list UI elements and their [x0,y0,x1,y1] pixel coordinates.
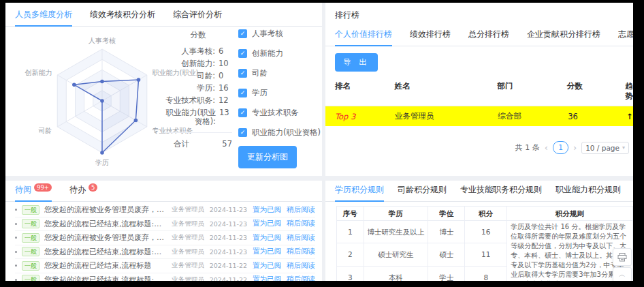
todo-list: 一般 您发起的流程被业务管理员废弃，流程标题:提货单，废弃说明 业务管理员 20… [5,202,322,281]
col-dept: 部门 [498,81,567,102]
todo-date: 2024-11-23 [210,206,247,213]
cell-degree: 博士研究生及以上 [364,221,428,243]
priority-tag: 一般 [22,247,39,256]
mark-read-link[interactable]: 置为已阅 [253,247,281,256]
tab-volunteer-score-rank[interactable]: 志愿者积分排行榜 [618,22,633,46]
todo-text[interactable]: 您发起的流程被业务管理员废弃，流程标题:提货单，废弃说明 [44,232,166,243]
score-value: 10 [219,59,232,68]
read-later-link[interactable]: 稍后阅读 [287,219,315,228]
tab-overall-eval[interactable]: 综合评价分析 [173,3,222,26]
read-later-link[interactable]: 稍后阅读 [287,205,315,215]
page-number-button[interactable]: 1 [553,141,568,154]
mark-read-link[interactable]: 置为已阅 [253,219,281,228]
next-page-icon[interactable]: › [573,142,577,153]
mark-read-link[interactable]: 置为已阅 [253,233,281,243]
tab-total-score-rank[interactable]: 总分排行榜 [468,22,509,46]
dimension-checkbox-group: ✓ 人事考核 ✓ 创新能力 ✓ 司龄 ✓ 学历 ✓ 专业技术职务 ✓ 职业能力(… [238,29,321,147]
bullet-icon [15,265,17,267]
list-item[interactable]: 一般 您发起的流程已经结束,流程标题:提货单 业务管理员 2024-11-23 … [15,217,315,232]
mark-read-link[interactable]: 置为已阅 [253,275,281,281]
bullet-icon [15,251,17,253]
checkbox-label: 司龄 [252,68,268,78]
list-item[interactable]: 一般 您发起的流程被业务管理员废弃，流程标题:提货单，废弃说明 业务管理员 20… [15,231,315,245]
checkbox-checked-icon[interactable]: ✓ [238,128,247,137]
page-size-select[interactable]: 10 / page ▾ [581,142,629,154]
rules-tabs: 学历积分规则 司龄积分规则 专业技能职务积分规则 职业能力积分规则 创新能力积分… [325,181,633,202]
list-item[interactable]: 一般 您发起的流程被业务管理员废弃，流程标题:提货单，废弃说明 业务管理员 20… [15,203,315,217]
read-later-link[interactable]: 稍后阅读 [287,247,315,256]
ranking-table-header: 排名 姓名 部门 分数 趋势 [325,77,633,106]
checkbox-checked-icon[interactable]: ✓ [238,89,247,97]
read-later-link[interactable]: 稍后阅读 [287,275,315,281]
list-item[interactable]: 一般 您发起的流程已经结束,流程标题 业务管理员 2024-11-22 置为已阅… [15,259,315,273]
back-to-top-button[interactable]: ︿ [613,267,632,281]
todo-text[interactable]: 您发起的流程已经结束,流程标题:提货单 [44,247,166,257]
tab-education-rule[interactable]: 学历积分规则 [335,181,384,201]
todo-text[interactable]: 您发起的流程被业务管理员废弃，流程标题:提货单，废弃说明 [44,205,166,215]
checkbox-tenure[interactable]: ✓ 司龄 [238,68,321,78]
prev-page-icon[interactable]: ‹ [545,142,548,153]
bullet-icon [15,279,17,281]
export-button[interactable]: 导 出 [335,53,378,72]
todo-text[interactable]: 您发起的流程已经结束,流程标题:提货单 [44,219,166,229]
checkbox-checked-icon[interactable]: ✓ [238,108,247,117]
checkbox-professional-title[interactable]: ✓ 专业技术职务 [238,108,321,118]
priority-tag: 一般 [22,275,39,281]
chevron-up-icon: ︿ [619,270,626,280]
score-value: 12 [219,96,232,105]
tab-personal-value-rank[interactable]: 个人价值排行榜 [335,22,392,46]
priority-tag: 一般 [22,219,39,228]
tab-to-do[interactable]: 待办5 [69,181,97,201]
analysis-panel: 人员多维度分析 绩效考核积分分析 综合评价分析 人事考核职业能力(职业)专业技术… [5,3,322,176]
score-value: 13 [219,108,232,126]
bullet-icon [15,209,17,211]
list-item[interactable]: 一般 您发起的流程已经结束,流程标题:提货单 业务管理员 2024-11-23 … [15,245,315,260]
checkbox-vocational-ability[interactable]: ✓ 职业能力(职业资格) [238,127,321,138]
col-rule: 积分规则 [507,207,633,221]
score-total-row: 合计 57 [164,132,232,149]
cell-title: 学士 [428,266,464,281]
tab-performance-rank[interactable]: 绩效排行榜 [410,22,451,46]
todo-user: 业务管理员 [172,261,204,270]
rank-dept: 综合部 [498,111,568,121]
to-do-badge: 5 [88,183,97,192]
todo-date: 2024-11-22 [210,262,247,269]
mark-read-link[interactable]: 置为已阅 [253,205,281,215]
tab-enterprise-contrib-rank[interactable]: 企业贡献积分排行榜 [527,22,600,46]
read-later-link[interactable]: 稍后阅读 [287,233,315,243]
tab-tenure-rule[interactable]: 司龄积分规则 [398,181,447,201]
bullet-icon [15,223,17,225]
checkbox-checked-icon[interactable]: ✓ [238,29,247,38]
col-score: 分数 [567,81,626,102]
todo-text[interactable]: 您发起的流程已经结束,流程标题 [44,260,166,271]
todo-user: 业务管理员 [172,247,204,256]
tab-to-read[interactable]: 待阅99+ [15,181,52,201]
printer-button[interactable] [613,248,632,266]
to-read-badge: 99+ [34,183,52,192]
tab-performance-score[interactable]: 绩效考核积分分析 [90,3,155,26]
checkbox-checked-icon[interactable]: ✓ [238,69,247,78]
cell-title: 硕士 [428,243,464,266]
update-chart-button[interactable]: 更新分析图 [238,146,297,168]
printer-icon [617,253,627,262]
tab-vocational-rule[interactable]: 职业能力积分规则 [556,181,621,201]
checkbox-innovation[interactable]: ✓ 创新能力 [238,48,321,59]
todo-text[interactable]: 您发起的流程已经结束,流程标题:商品发放 [44,275,166,281]
mark-read-link[interactable]: 置为已阅 [253,261,281,271]
score-label: 专业技术职务: [165,96,215,105]
checkbox-education[interactable]: ✓ 学历 [238,88,321,98]
tab-person-multidim[interactable]: 人员多维度分析 [15,3,72,26]
read-later-link[interactable]: 稍后阅读 [287,261,315,271]
checkbox-hr-review[interactable]: ✓ 人事考核 [238,29,321,39]
page-size-value: 10 / page [585,144,619,152]
checkbox-checked-icon[interactable]: ✓ [238,49,247,58]
todo-date: 2024-11-23 [210,234,247,241]
col-name: 姓名 [395,81,498,102]
ranking-table-row[interactable]: Top 3 业务管理员 综合部 36 ↑ [325,106,633,126]
score-list-header: 分数 [164,30,232,40]
col-no: 序号 [337,207,364,221]
cell-no: 3 [337,266,364,281]
tab-professional-rule[interactable]: 专业技能职务积分规则 [460,181,542,201]
list-item[interactable]: 一般 您发起的流程已经结束,流程标题:商品发放 业务管理员 2024-11-22… [15,273,315,282]
score-row: 创新能力: 10 [164,59,232,68]
